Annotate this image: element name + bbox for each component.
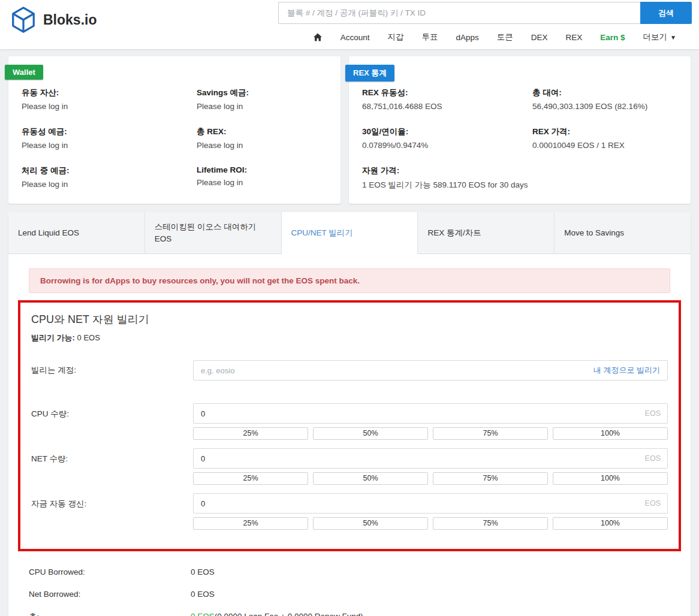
nav-more-label: 더보기	[643, 32, 668, 43]
rex-liquidity: REX 유동성: 68,751,016.4688 EOS	[362, 87, 523, 111]
cpu-amount-unit: EOS	[645, 409, 661, 418]
summary-total: 총: 0 EOS(0.0000 Loan Fee + 0.0000 Renew …	[29, 605, 670, 616]
nav-home[interactable]	[313, 32, 323, 42]
wallet-badge: Wallet	[5, 65, 43, 80]
renew-pct-25-button[interactable]: 25%	[193, 517, 308, 530]
tab-lend-staked-eos[interactable]: 스테이킹된 이오스 대여하기 EOS	[145, 212, 282, 253]
net-amount-label: NET 수량:	[31, 448, 193, 485]
borrow-summary: CPU Borrowed: 0 EOS Net Borrowed: 0 EOS …	[29, 561, 670, 616]
borrow-available: 빌리기 가능: 0 EOS	[31, 333, 668, 343]
wallet-card: Wallet 유동 자산: Please log in Savings 예금: …	[8, 56, 341, 204]
nav-dex[interactable]: DEX	[531, 33, 548, 42]
bloks-logo-icon	[10, 6, 37, 34]
wallet-total-rex: 총 REX: Please log in	[197, 126, 327, 150]
renew-pct-75-button[interactable]: 75%	[433, 517, 548, 530]
nav-vote[interactable]: 투표	[422, 32, 438, 43]
cpu-amount-label: CPU 수량:	[31, 403, 193, 440]
home-icon	[313, 32, 323, 42]
nav-account[interactable]: Account	[341, 33, 370, 42]
summary-cpu-borrowed: CPU Borrowed: 0 EOS	[29, 561, 670, 583]
search-input[interactable]	[278, 2, 640, 24]
top-header: Bloks.io 검색 Account 지갑 투표 dApps 토큰 DEX R…	[0, 0, 699, 49]
net-pct-75-button[interactable]: 75%	[433, 472, 548, 485]
rex-price: REX 가격: 0.00010049 EOS / 1 REX	[532, 126, 677, 150]
search-bar: 검색	[278, 2, 692, 24]
tab-lend-liquid-eos[interactable]: Lend Liquid EOS	[8, 212, 145, 253]
cpu-amount-row: CPU 수량: EOS 25% 50% 75% 100%	[31, 403, 668, 440]
renew-fund-label: 자금 자동 갱신:	[31, 493, 193, 530]
borrow-form-title: CPU와 NET 자원 빌리기	[31, 312, 668, 327]
net-amount-unit: EOS	[645, 454, 661, 463]
borrow-account-row: 빌리는 계정: 내 계정으로 빌리기	[31, 360, 668, 381]
renew-fund-unit: EOS	[645, 499, 661, 508]
wallet-liquid-assets: 유동 자산: Please log in	[22, 87, 187, 111]
summary-total-amount: 0 EOS	[191, 612, 215, 616]
renew-fund-input[interactable]	[193, 493, 668, 514]
brand-name: Bloks.io	[43, 12, 97, 28]
nav-wallet[interactable]: 지갑	[388, 32, 404, 43]
cpu-pct-50-button[interactable]: 50%	[313, 427, 428, 440]
rex-tabbar: Lend Liquid EOS 스테이킹된 이오스 대여하기 EOS CPU/N…	[8, 212, 691, 254]
net-pct-25-button[interactable]: 25%	[193, 472, 308, 485]
net-amount-row: NET 수량: EOS 25% 50% 75% 100%	[31, 448, 668, 485]
borrow-account-label: 빌리는 계정:	[31, 365, 193, 376]
nav-dapps[interactable]: dApps	[456, 33, 479, 42]
nav-tokens[interactable]: 토큰	[497, 32, 513, 43]
wallet-liquid-deposit: 유동성 예금: Please log in	[22, 126, 187, 150]
wallet-savings-deposit: Savings 예금: Please log in	[197, 87, 327, 111]
rex-stats-badge: REX 통계	[345, 65, 394, 81]
rex-total-lent: 총 대여: 56,490,303.1309 EOS (82.16%)	[532, 87, 677, 111]
main-nav: Account 지갑 투표 dApps 토큰 DEX REX Earn $ 더보…	[278, 24, 692, 43]
wallet-processing-deposit: 처리 중 예금: Please log in	[22, 165, 187, 189]
renew-fund-row: 자금 자동 갱신: EOS 25% 50% 75% 100%	[31, 493, 668, 530]
rex-panel: Lend Liquid EOS 스테이킹된 이오스 대여하기 EOS CPU/N…	[8, 212, 691, 616]
rex-resource-price: 자원 가격: 1 EOS 빌리기 가능 589.1170 EOS for 30 …	[362, 165, 677, 191]
summary-net-borrowed: Net Borrowed: 0 EOS	[29, 583, 670, 605]
search-button[interactable]: 검색	[640, 2, 692, 24]
cpu-amount-input[interactable]	[193, 403, 668, 424]
tab-move-to-savings[interactable]: Move to Savings	[555, 212, 691, 253]
cpu-pct-100-button[interactable]: 100%	[553, 427, 668, 440]
nav-more[interactable]: 더보기 ▼	[643, 32, 676, 43]
net-amount-input[interactable]	[193, 448, 668, 469]
net-pct-50-button[interactable]: 50%	[313, 472, 428, 485]
renew-pct-100-button[interactable]: 100%	[553, 517, 668, 530]
annotation-highlight-box: CPU와 NET 자원 빌리기 빌리기 가능: 0 EOS 빌리는 계정: 내 …	[18, 300, 681, 551]
renew-pct-50-button[interactable]: 50%	[313, 517, 428, 530]
tab-borrow-cpu-net[interactable]: CPU/NET 빌리기	[282, 212, 418, 254]
chevron-down-icon: ▼	[670, 34, 676, 41]
net-pct-100-button[interactable]: 100%	[553, 472, 668, 485]
nav-rex[interactable]: REX	[566, 33, 583, 42]
wallet-lifetime-roi: Lifetime ROI: Please log in	[197, 165, 327, 189]
borrow-warning-banner: Borrowing is for dApps to buy resources …	[29, 268, 670, 293]
borrow-to-my-account-link[interactable]: 내 계정으로 빌리기	[593, 365, 660, 376]
nav-earn[interactable]: Earn $	[600, 33, 625, 42]
tab-rex-stats-charts[interactable]: REX 통계/차트	[418, 212, 555, 253]
cpu-pct-25-button[interactable]: 25%	[193, 427, 308, 440]
rex-apr: 30일/연이율: 0.0789%/0.9474%	[362, 126, 523, 150]
rex-stats-card: REX 통계 REX 유동성: 68,751,016.4688 EOS 총 대여…	[349, 56, 691, 204]
brand[interactable]: Bloks.io	[10, 0, 97, 34]
cpu-pct-75-button[interactable]: 75%	[433, 427, 548, 440]
summary-total-detail: (0.0000 Loan Fee + 0.0000 Renew Fund)	[215, 612, 363, 616]
